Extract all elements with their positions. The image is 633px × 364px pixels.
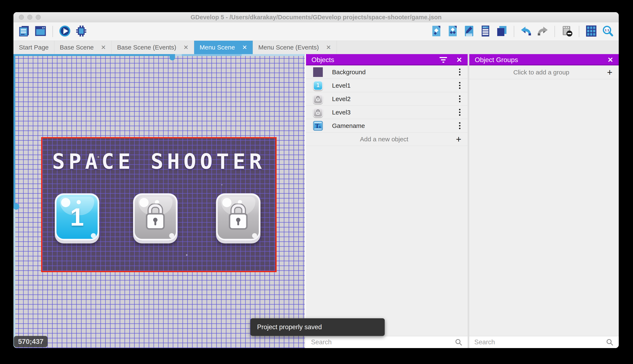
close-tab-icon[interactable]: ✕	[101, 44, 106, 51]
tab-label: Menu Scene	[200, 44, 235, 51]
open-window-button[interactable]	[35, 25, 47, 38]
toggle-grid-button[interactable]	[585, 25, 597, 38]
grid-icon	[585, 25, 597, 38]
add-new-object-button[interactable]: Add a new object +	[306, 132, 468, 146]
vscroll-knob[interactable]	[14, 204, 19, 210]
filter-icon[interactable]	[440, 57, 447, 63]
layers-icon	[496, 25, 508, 38]
canvas-vertical-scrollbar[interactable]	[14, 54, 15, 348]
window-title: GDevelop 5 - /Users/dkarakay/Documents/G…	[14, 12, 619, 22]
tab-start-page[interactable]: Start Page	[14, 41, 54, 54]
tab-menu-scene-events[interactable]: Menu Scene (Events) ✕	[253, 41, 337, 54]
toolbar-divider	[53, 26, 53, 37]
open-layers-editor-button[interactable]	[496, 25, 508, 38]
undo-icon	[520, 25, 532, 38]
open-object-groups-editor-button[interactable]	[447, 25, 459, 38]
scene-instance-background[interactable]: SPACE SHOOTER 1	[41, 137, 277, 272]
title-bar: GDevelop 5 - /Users/dkarakay/Documents/G…	[14, 12, 619, 22]
background-object-thumbnail	[313, 67, 323, 77]
hscroll-knob[interactable]	[170, 54, 175, 60]
editor-tabs: Start Page Base Scene ✕ Base Scene (Even…	[14, 41, 619, 54]
panel-title: Object Groups	[475, 56, 518, 64]
preview-button[interactable]	[59, 25, 71, 38]
object-row-level1[interactable]: 1 Level1	[306, 79, 468, 92]
app-window-icon	[35, 25, 46, 38]
object-groups-panel: Object Groups ✕ Click to add a group +	[469, 54, 619, 348]
object-row-level2[interactable]: Level2	[306, 92, 468, 106]
tab-menu-scene[interactable]: Menu Scene ✕	[194, 41, 253, 54]
kebab-menu-icon[interactable]	[458, 121, 462, 130]
objects-panel-header: Objects ✕	[306, 54, 468, 66]
redo-icon	[537, 25, 548, 38]
tab-label: Base Scene (Events)	[117, 44, 176, 51]
zoom-1-1-icon: 1:1	[602, 25, 613, 38]
tab-label: Base Scene	[60, 44, 94, 51]
open-instances-list-button[interactable]	[479, 25, 492, 38]
scene-instance-level3-button[interactable]	[216, 193, 260, 240]
close-panel-icon[interactable]: ✕	[607, 56, 613, 63]
object-row-background[interactable]: Background	[306, 66, 468, 79]
tab-base-scene-events[interactable]: Base Scene (Events) ✕	[112, 41, 194, 54]
delete-instances-icon	[561, 25, 573, 38]
instances-list-icon	[480, 25, 491, 38]
panel-title: Objects	[311, 56, 334, 64]
kebab-menu-icon[interactable]	[458, 94, 462, 104]
open-objects-editor-button[interactable]	[430, 25, 442, 38]
debug-chip-icon	[75, 25, 87, 38]
object-groups-editor-icon	[447, 25, 459, 38]
kebab-menu-icon[interactable]	[458, 81, 462, 90]
search-icon	[455, 338, 463, 346]
properties-pencil-icon	[463, 25, 475, 38]
zoom-button[interactable]: 1:1	[601, 25, 614, 38]
svg-text:1:1: 1:1	[605, 28, 609, 32]
object-row-gamename[interactable]: Tx Gamename	[306, 119, 468, 132]
gamename-object-thumbnail: Tx	[313, 121, 323, 131]
object-groups-panel-header: Object Groups ✕	[469, 54, 619, 66]
kebab-menu-icon[interactable]	[458, 67, 462, 77]
level1-object-thumbnail: 1	[313, 81, 323, 90]
canvas-horizontal-scrollbar[interactable]	[14, 54, 305, 56]
groups-search-input[interactable]	[474, 338, 606, 346]
redo-button[interactable]	[536, 25, 549, 38]
groups-search-bar	[469, 336, 619, 348]
toolbar-divider	[554, 26, 555, 37]
lock-icon	[144, 204, 167, 230]
scene-instance-level1-button[interactable]: 1	[55, 193, 99, 240]
add-icon: +	[607, 68, 612, 77]
open-properties-button[interactable]	[463, 25, 475, 38]
delete-selection-button[interactable]	[561, 25, 573, 38]
toast-message: Project properly saved	[257, 323, 322, 331]
close-tab-icon[interactable]: ✕	[242, 44, 247, 51]
main-toolbar: 1:1	[14, 22, 619, 41]
close-panel-icon[interactable]: ✕	[456, 56, 462, 63]
scene-instance-gamename-text[interactable]: SPACE SHOOTER	[42, 149, 275, 174]
level3-object-thumbnail	[313, 108, 323, 117]
kebab-menu-icon[interactable]	[458, 108, 462, 117]
debugger-button[interactable]	[75, 25, 87, 38]
play-icon	[59, 25, 71, 38]
objects-search-bar	[306, 336, 468, 348]
save-toast: Project properly saved	[250, 318, 385, 336]
objects-editor-icon	[431, 25, 442, 38]
tab-label: Start Page	[19, 44, 49, 51]
level2-object-thumbnail	[313, 94, 323, 104]
level1-number: 1	[70, 203, 84, 231]
tab-label: Menu Scene (Events)	[258, 44, 319, 51]
add-group-button[interactable]: Click to add a group +	[469, 66, 619, 79]
cursor-coordinates: 570;437	[14, 336, 48, 347]
lock-icon	[227, 204, 250, 230]
objects-panel: Objects ✕ Background 1 Level1	[305, 54, 468, 348]
search-icon	[606, 338, 614, 346]
close-tab-icon[interactable]: ✕	[183, 44, 188, 51]
toolbar-divider	[514, 26, 514, 37]
project-manager-button[interactable]	[18, 25, 30, 38]
undo-button[interactable]	[520, 25, 532, 38]
project-manager-icon	[18, 25, 30, 38]
panel-divider[interactable]	[468, 54, 469, 348]
objects-search-input[interactable]	[311, 338, 455, 346]
object-row-level3[interactable]: Level3	[306, 106, 468, 119]
tab-base-scene[interactable]: Base Scene ✕	[54, 41, 112, 54]
scene-editor-canvas[interactable]: SPACE SHOOTER 1	[14, 54, 305, 348]
scene-instance-level2-button[interactable]	[133, 193, 178, 240]
close-tab-icon[interactable]: ✕	[326, 44, 331, 51]
